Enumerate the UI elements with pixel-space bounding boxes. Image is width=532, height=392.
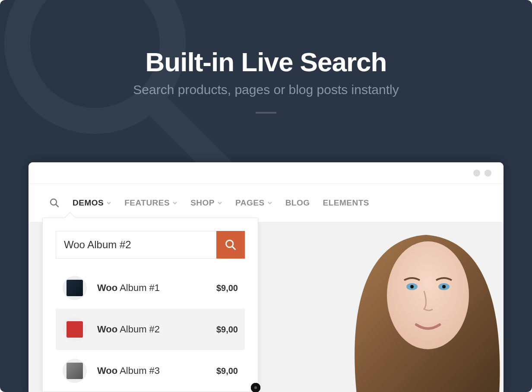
svg-point-8 [410,285,414,288]
nav-item-shop[interactable]: SHOP [190,198,222,208]
search-icon [225,239,237,251]
nav-item-blog[interactable]: BLOG [285,198,310,208]
result-title: Woo Album #2 [97,324,206,335]
search-input[interactable] [56,231,216,259]
hero-image [339,222,504,392]
window-dot [484,170,491,177]
hero-title: Built-in Live Search [0,47,532,77]
search-icon[interactable] [49,198,60,208]
chevron-down-icon [267,200,272,205]
result-price: $9,00 [216,325,238,335]
hero-divider [256,112,276,114]
svg-point-5 [387,241,469,349]
nav-item-features[interactable]: FEATURES [124,198,177,208]
result-thumbnail [63,276,87,300]
result-title: Woo Album #3 [97,365,206,376]
main-nav: DEMOS FEATURES SHOP PAGES BLOG ELEMENTS [28,184,504,222]
search-result[interactable]: Woo Album #2 $9,00 [56,309,245,350]
chevron-down-icon [217,200,222,205]
search-results: Woo Album #1 $9,00 Woo Album #2 $9,00 Wo… [56,267,245,392]
svg-line-11 [232,247,235,250]
browser-mock: DEMOS FEATURES SHOP PAGES BLOG ELEMENTS [28,162,504,392]
svg-line-3 [56,204,58,207]
nav-item-elements[interactable]: ELEMENTS [323,198,369,208]
result-thumbnail [63,359,87,383]
search-result[interactable]: Woo Album #1 $9,00 [56,267,245,309]
search-result[interactable]: Woo Album #3 $9,00 [56,350,245,392]
result-title: Woo Album #1 [97,282,206,294]
chevron-down-icon [106,200,111,205]
browser-title-bar [28,162,504,184]
nav-label: FEATURES [124,198,170,208]
nav-item-pages[interactable]: PAGES [235,198,272,208]
chevron-down-icon [172,200,177,205]
svg-point-9 [442,285,446,288]
search-button[interactable] [216,231,245,259]
nav-label: SHOP [190,198,215,208]
nav-label: ELEMENTS [323,198,369,208]
search-bar [56,231,245,259]
result-thumbnail [63,317,87,341]
result-price: $9,00 [216,283,238,293]
page-content: Woo Album #1 $9,00 Woo Album #2 $9,00 Wo… [28,222,504,392]
nav-label: BLOG [285,198,310,208]
result-price: $9,00 [216,366,238,376]
hero-subtitle: Search products, pages or blog posts ins… [0,82,532,97]
window-dot [473,170,480,177]
search-dropdown: Woo Album #1 $9,00 Woo Album #2 $9,00 Wo… [42,218,258,392]
nav-item-demos[interactable]: DEMOS [73,198,111,208]
hero-panel: Built-in Live Search Search products, pa… [0,0,532,392]
nav-label: DEMOS [73,198,104,208]
nav-label: PAGES [235,198,265,208]
